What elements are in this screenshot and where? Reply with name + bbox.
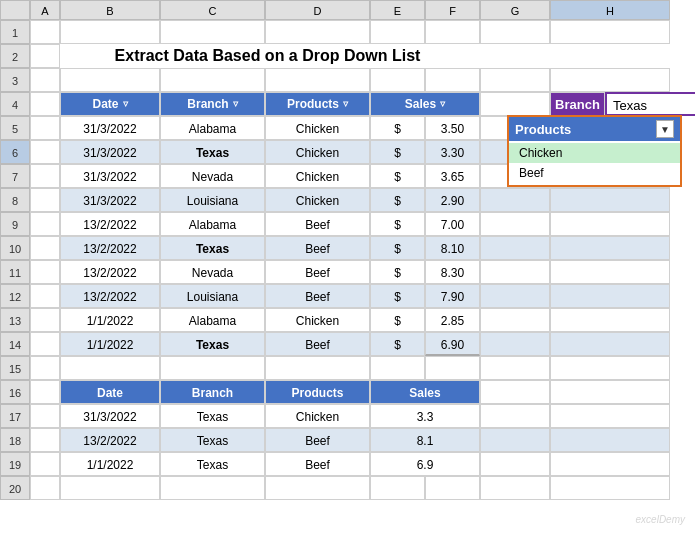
cell-8-e: $ xyxy=(370,188,425,212)
cell-9-h xyxy=(550,212,670,236)
dropdown-arrow[interactable]: ▼ xyxy=(656,120,674,138)
cell-4-g xyxy=(480,92,550,116)
col-header-g[interactable]: G xyxy=(480,0,550,20)
cell-9-b: 13/2/2022 xyxy=(60,212,160,236)
rownum-20: 20 xyxy=(0,476,30,500)
row-11: 13/2/2022 Nevada Beef $ 8.30 xyxy=(30,260,695,284)
col-header-a[interactable]: A xyxy=(30,0,60,20)
cells-area: Extract Data Based on a Drop Down List xyxy=(30,20,695,500)
cell-12-g xyxy=(480,284,550,308)
cell-9-c: Alabama xyxy=(160,212,265,236)
cell-2-a xyxy=(30,44,60,68)
dropdown-icon-products[interactable]: ▿ xyxy=(343,92,348,116)
dropdown-icon-date[interactable]: ▿ xyxy=(123,92,128,116)
cell-5-f: 3.50 xyxy=(425,116,480,140)
col-header-b[interactable]: B xyxy=(60,0,160,20)
dropdown-icon-branch[interactable]: ▿ xyxy=(233,92,238,116)
cell-19-h xyxy=(550,452,670,476)
cell-11-g xyxy=(480,260,550,284)
products-dropdown-widget[interactable]: Products ▼ Chicken Beef xyxy=(507,115,682,187)
cell-10-c: Texas xyxy=(160,236,265,260)
cell-8-d: Chicken xyxy=(265,188,370,212)
cell-6-d: Chicken xyxy=(265,140,370,164)
cell-11-h xyxy=(550,260,670,284)
cell-8-c: Louisiana xyxy=(160,188,265,212)
row-16: Date Branch Products Sales xyxy=(30,380,695,404)
row-18: 13/2/2022 Texas Beef 8.1 xyxy=(30,428,695,452)
branch-value[interactable]: Texas xyxy=(605,92,695,116)
cell-7-f: 3.65 xyxy=(425,164,480,188)
cell-1-b xyxy=(60,20,160,44)
cell-4-d: Products ▿ xyxy=(265,92,370,116)
cell-13-b: 1/1/2022 xyxy=(60,308,160,332)
cell-7-b: 31/3/2022 xyxy=(60,164,160,188)
dropdown-icon-sales[interactable]: ▿ xyxy=(440,92,445,116)
col-header-d[interactable]: D xyxy=(265,0,370,20)
cell-2-f xyxy=(475,44,530,68)
cell-13-d: Chicken xyxy=(265,308,370,332)
row-2: Extract Data Based on a Drop Down List xyxy=(30,44,695,68)
cell-14-c: Texas xyxy=(160,332,265,356)
cell-9-g xyxy=(480,212,550,236)
row-1 xyxy=(30,20,695,44)
cell-5-e: $ xyxy=(370,116,425,140)
rownum-5: 5 xyxy=(0,116,30,140)
cell-9-a xyxy=(30,212,60,236)
dropdown-option-chicken[interactable]: Chicken xyxy=(509,143,680,163)
cell-11-e: $ xyxy=(370,260,425,284)
row-3 xyxy=(30,68,695,92)
dropdown-option-beef[interactable]: Beef xyxy=(509,163,680,183)
cell-9-d: Beef xyxy=(265,212,370,236)
cell-4-ef: Sales ▿ xyxy=(370,92,480,116)
cell-1-e xyxy=(370,20,425,44)
cell-12-e: $ xyxy=(370,284,425,308)
cell-3-h xyxy=(550,68,670,92)
cell-7-e: $ xyxy=(370,164,425,188)
rownum-17: 17 xyxy=(0,404,30,428)
cell-20-g xyxy=(480,476,550,500)
cell-6-a xyxy=(30,140,60,164)
rownum-7: 7 xyxy=(0,164,30,188)
col-header-f[interactable]: F xyxy=(425,0,480,20)
row-10: 13/2/2022 Texas Beef $ 8.10 xyxy=(30,236,695,260)
cell-15-g xyxy=(480,356,550,380)
cell-11-f: 8.30 xyxy=(425,260,480,284)
cell-15-c xyxy=(160,356,265,380)
cell-20-f xyxy=(425,476,480,500)
cell-20-c xyxy=(160,476,265,500)
cell-15-d xyxy=(265,356,370,380)
cell-10-d: Beef xyxy=(265,236,370,260)
cell-14-f: 6.90 xyxy=(425,332,480,356)
col-header-c[interactable]: C xyxy=(160,0,265,20)
rownum-18: 18 xyxy=(0,428,30,452)
cell-10-f: 8.10 xyxy=(425,236,480,260)
cell-3-b xyxy=(60,68,160,92)
cell-10-e: $ xyxy=(370,236,425,260)
col-header-e[interactable]: E xyxy=(370,0,425,20)
rownum-4: 4 xyxy=(0,92,30,116)
cell-16-d: Products xyxy=(265,380,370,404)
cell-15-f xyxy=(425,356,480,380)
cell-5-c: Alabama xyxy=(160,116,265,140)
cell-7-d: Chicken xyxy=(265,164,370,188)
cell-18-a xyxy=(30,428,60,452)
cell-1-a xyxy=(30,20,60,44)
cell-19-b: 1/1/2022 xyxy=(60,452,160,476)
rownum-1: 1 xyxy=(0,20,30,44)
cell-3-c xyxy=(160,68,265,92)
cell-1-h xyxy=(550,20,670,44)
cell-17-c: Texas xyxy=(160,404,265,428)
column-headers: A B C D E F G H xyxy=(0,0,695,20)
cell-13-h xyxy=(550,308,670,332)
cell-6-e: $ xyxy=(370,140,425,164)
cell-14-e: $ xyxy=(370,332,425,356)
header-corner xyxy=(0,0,30,20)
cell-18-b: 13/2/2022 xyxy=(60,428,160,452)
col-header-h[interactable]: H xyxy=(550,0,670,20)
cell-3-g xyxy=(480,68,550,92)
cell-14-b: 1/1/2022 xyxy=(60,332,160,356)
rownum-19: 19 xyxy=(0,452,30,476)
cell-4-c: Branch ▿ xyxy=(160,92,265,116)
cell-17-d: Chicken xyxy=(265,404,370,428)
cell-18-h xyxy=(550,428,670,452)
